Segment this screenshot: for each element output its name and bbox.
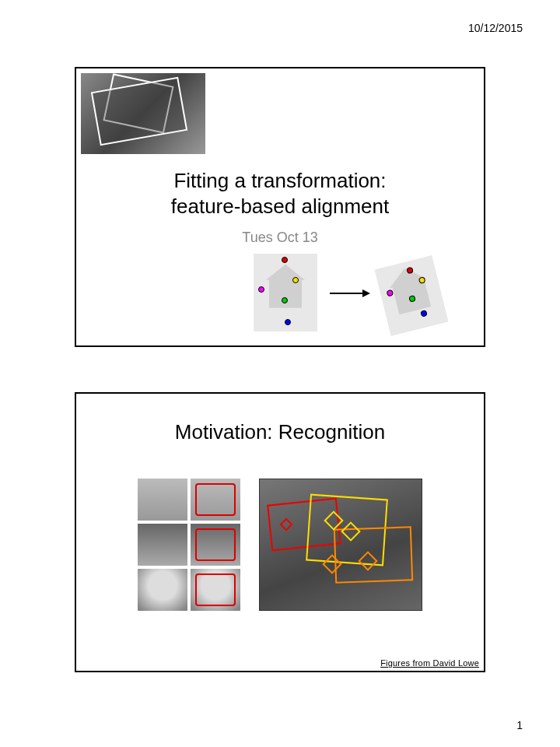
grid-image-bear (138, 569, 187, 611)
grid-image-telephone-outline (191, 479, 240, 521)
feature-point-yellow (292, 277, 299, 283)
slide1-title-line1: Fitting a transformation: (76, 168, 484, 194)
slide2-credit: Figures from David Lowe (380, 658, 479, 668)
slide1-subtitle: Tues Oct 13 (76, 230, 484, 246)
page-number: 1 (516, 719, 523, 731)
feature-point-blue (420, 310, 428, 317)
slide-2: Motivation: Recognition Figures from Dav… (75, 392, 485, 672)
grid-image-telephone (138, 479, 187, 521)
slide2-title: Motivation: Recognition (76, 394, 484, 444)
grid-image-shoe (138, 524, 187, 566)
slide1-thumbnail (81, 73, 205, 154)
grid-image-shoe-outline (191, 524, 240, 566)
training-images-grid (138, 479, 240, 611)
header-date: 10/12/2015 (468, 22, 523, 34)
feature-point-magenta (258, 286, 264, 293)
feature-point-blue (285, 319, 291, 325)
feature-point-red (282, 257, 288, 263)
feature-point-green (282, 297, 288, 303)
slide-1: Fitting a transformation: feature-based … (75, 67, 485, 347)
feature-diagram (254, 254, 479, 331)
slide1-title-line2: feature-based alignment (76, 194, 484, 219)
arrow-icon (330, 293, 369, 294)
grid-image-bear-outline (191, 569, 240, 611)
feature-source-panel (254, 254, 317, 331)
recognition-result-image (259, 479, 422, 611)
feature-target-panel (374, 255, 448, 336)
slide2-content (76, 479, 484, 611)
